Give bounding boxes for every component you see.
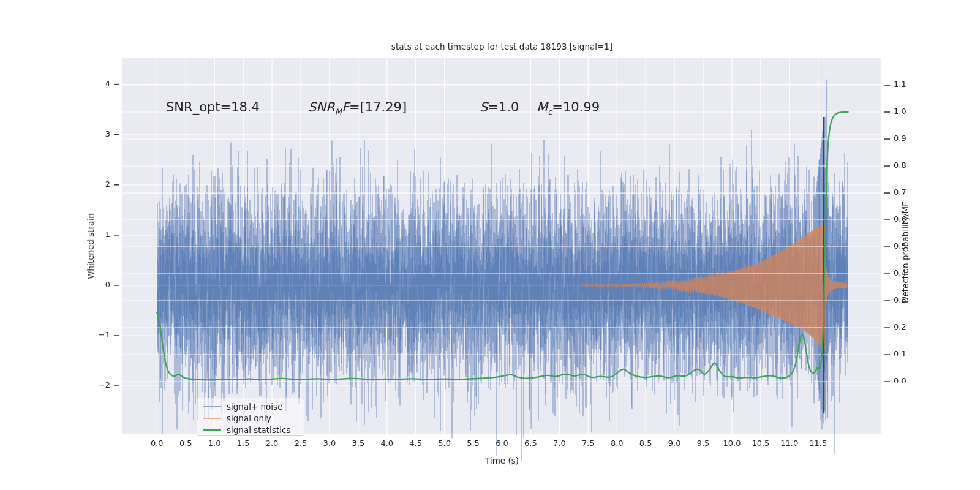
x-tick-label: 11.5 (801, 439, 835, 448)
y-left-tick-label: −2 (74, 380, 110, 390)
figure: stats at each timestep for test data 181… (0, 0, 980, 490)
annotation-mc: Mc=10.99 (537, 100, 600, 116)
legend-label-signal-only: signal only (227, 413, 271, 424)
y-right-tick-label: 0.8 (894, 160, 907, 170)
annotation-snr-mf-sub: M (335, 107, 342, 116)
legend-label-signal-statistics: signal statistics (227, 424, 290, 435)
legend-swatch-signal-only (203, 418, 221, 420)
y-right-tick-label: 0.7 (894, 187, 907, 197)
y-right-tick-label: 0.3 (894, 295, 907, 304)
legend: signal+ noise signal only signal statist… (197, 398, 304, 436)
y-right-tick-label: 0.1 (894, 349, 907, 358)
legend-label-signal-noise: signal+ noise (227, 401, 282, 412)
plot-canvas (0, 0, 980, 490)
annotation-mc-italic: M (537, 100, 548, 115)
y-right-tick-label: 1.1 (894, 80, 907, 89)
y-right-tick-label: 0.5 (894, 241, 907, 251)
annotation-mc-value: =10.99 (552, 100, 600, 115)
annotation-snr-mf-italic: SNR (308, 100, 335, 115)
y-left-tick-label: −1 (74, 330, 110, 339)
annotation-s: S=1.0 (480, 100, 519, 115)
y-left-tick-label: 4 (74, 79, 110, 88)
annotation-snr-opt: SNR_opt=18.4 (166, 100, 260, 115)
y-right-tick-label: 0.2 (894, 322, 907, 331)
x-axis-label: Time (s) (123, 456, 881, 466)
y-right-tick-label: 0.4 (894, 268, 907, 277)
legend-swatch-signal-noise (203, 406, 221, 408)
y-right-tick-label: 0.0 (894, 376, 907, 385)
y-axis-label-left: Whitened strain (86, 213, 96, 279)
annotation-snr-mf: SNRMF=[17.29] (308, 100, 407, 116)
annotation-s-value: =1.0 (488, 100, 519, 115)
y-right-tick-label: 1.0 (894, 107, 907, 116)
legend-swatch-signal-statistics (203, 429, 221, 431)
y-left-tick-label: 1 (74, 230, 110, 239)
annotation-s-italic: S (480, 100, 488, 115)
legend-item-signal-only: signal only (203, 413, 304, 424)
legend-item-signal-statistics: signal statistics (203, 424, 304, 435)
y-right-tick-label: 0.6 (894, 214, 907, 224)
y-left-tick-label: 2 (74, 179, 110, 189)
y-left-tick-label: 0 (74, 280, 110, 289)
annotation-snr-mf-italic2: F (342, 100, 349, 115)
legend-item-signal-noise: signal+ noise (203, 401, 304, 412)
y-right-tick-label: 0.9 (894, 134, 907, 143)
y-left-tick-label: 3 (74, 129, 110, 138)
chart-title: stats at each timestep for test data 181… (123, 42, 881, 51)
annotation-snr-mf-value: =[17.29] (349, 100, 407, 115)
